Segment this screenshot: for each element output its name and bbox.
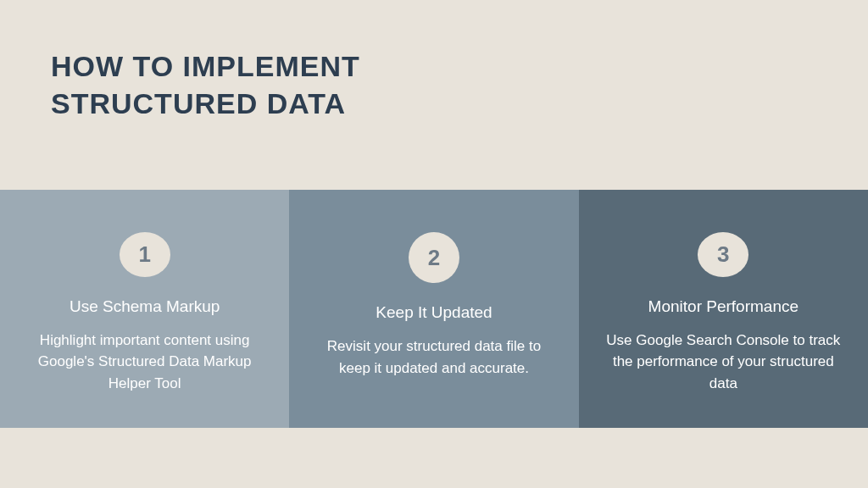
card-3-badge: 3 xyxy=(698,232,748,277)
card-3: 3 Monitor Performance Use Google Search … xyxy=(579,190,868,428)
card-1-description: Highlight important content using Google… xyxy=(26,330,264,395)
cards-row: 1 Use Schema Markup Highlight important … xyxy=(0,190,868,428)
card-2-title: Keep It Updated xyxy=(376,303,492,322)
card-1: 1 Use Schema Markup Highlight important … xyxy=(0,190,289,428)
page-title: HOW TO IMPLEMENT STRUCTURED DATA xyxy=(51,47,817,122)
title-line-2: STRUCTURED DATA xyxy=(51,87,346,119)
card-3-title: Monitor Performance xyxy=(648,297,798,316)
card-3-number: 3 xyxy=(717,241,729,268)
card-1-number: 1 xyxy=(138,241,150,268)
card-1-badge: 1 xyxy=(120,232,170,277)
card-3-description: Use Google Search Console to track the p… xyxy=(604,330,842,395)
card-2-description: Revisit your structured data file to kee… xyxy=(315,336,553,379)
title-line-1: HOW TO IMPLEMENT xyxy=(51,50,360,82)
card-2-number: 2 xyxy=(428,245,440,271)
card-1-title: Use Schema Markup xyxy=(70,297,220,316)
card-2-badge: 2 xyxy=(409,232,459,283)
header: HOW TO IMPLEMENT STRUCTURED DATA xyxy=(0,0,868,122)
card-2: 2 Keep It Updated Revisit your structure… xyxy=(289,190,578,428)
